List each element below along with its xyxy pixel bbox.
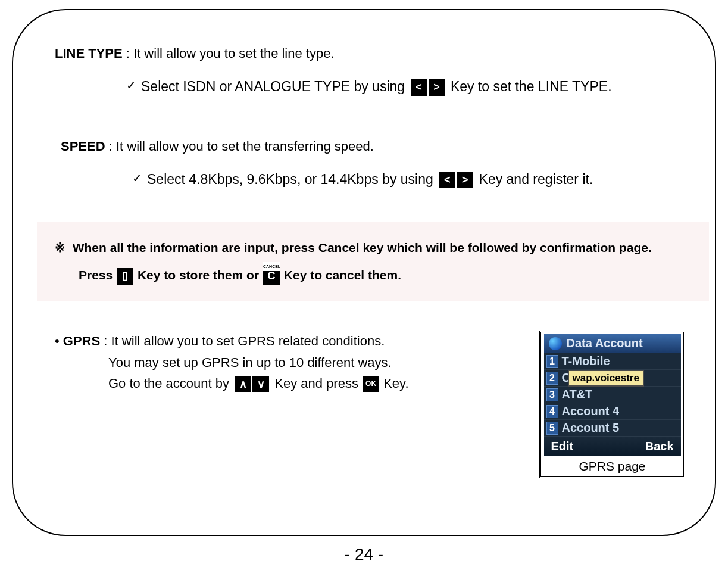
globe-icon <box>549 337 562 350</box>
speed-check-text: Select 4.8Kbps, 9.6Kbps, or 14.4Kbps by … <box>147 169 593 190</box>
gprs-line2: You may set up GPRS in up to 10 differen… <box>108 352 539 373</box>
up-down-keys: ∧ ∨ <box>234 376 270 392</box>
line-type-section: LINE TYPE : It will allow you to set the… <box>55 46 691 97</box>
line-type-desc: : It will allow you to set the line type… <box>126 46 335 61</box>
speed-desc: : It will allow you to set the transferr… <box>109 139 374 154</box>
phone-frame: Data Account 1 T-Mobile 2 C wap.voicestr… <box>539 331 685 478</box>
softkey-back[interactable]: Back <box>645 440 674 453</box>
gprs-bullet: • <box>55 334 60 348</box>
phone-row-2[interactable]: 2 C wap.voicestre <box>544 370 681 387</box>
gprs-line1: • GPRS : It will allow you to set GPRS r… <box>55 331 539 351</box>
row-label: Account 5 <box>562 421 620 435</box>
row-label: T-Mobile <box>562 354 610 368</box>
gprs-line3b: Key and press <box>274 376 358 391</box>
note-box: ※ When all the information are input, pr… <box>37 222 709 301</box>
left-right-keys: < > <box>438 172 474 188</box>
line-type-check-after: Key to set the LINE TYPE. <box>451 79 612 94</box>
line-type-check-text: Select ISDN or ANALOGUE TYPE by using < … <box>141 76 612 97</box>
note-line2b: Key to store them or <box>138 268 259 282</box>
note-marker: ※ <box>55 241 65 254</box>
speed-check: ✓ Select 4.8Kbps, 9.6Kbps, or 14.4Kbps b… <box>132 169 691 190</box>
gprs-line3a: Go to the account by <box>108 376 229 391</box>
cancel-top-label: CANCEL <box>263 262 280 271</box>
note-line1: ※ When all the information are input, pr… <box>55 234 697 261</box>
softkey-edit[interactable]: Edit <box>551 440 574 453</box>
row-num: 2 <box>546 372 558 385</box>
speed-heading: SPEED : It will allow you to set the tra… <box>61 139 374 154</box>
phone-screen: Data Account 1 T-Mobile 2 C wap.voicestr… <box>544 334 681 456</box>
check-icon: ✓ <box>132 169 142 187</box>
speed-label: SPEED <box>61 139 105 154</box>
gprs-line3: Go to the account by ∧ ∨ Key and press O… <box>108 373 539 394</box>
ok-key-icon: OK <box>363 376 379 392</box>
right-key-icon: > <box>457 172 473 188</box>
page-number: - 24 - <box>0 545 728 564</box>
down-key-icon: ∨ <box>252 376 269 392</box>
up-key-icon: ∧ <box>235 376 251 392</box>
cancel-key-icon: CANCEL C <box>263 268 280 285</box>
note-line2a: Press <box>79 268 113 282</box>
left-right-keys: < > <box>410 79 446 96</box>
row-num: 4 <box>546 405 558 418</box>
line-type-label: LINE TYPE <box>55 46 123 61</box>
store-key-icon: ▯ <box>117 268 133 285</box>
speed-section: SPEED : It will allow you to set the tra… <box>61 139 691 190</box>
row-label: AT&T <box>562 388 593 401</box>
gprs-desc: : It will allow you to set GPRS related … <box>104 334 385 348</box>
right-key-icon: > <box>429 79 445 96</box>
phone-softkeys: Edit Back <box>544 437 681 456</box>
left-key-icon: < <box>439 172 455 188</box>
speed-check-before: Select 4.8Kbps, 9.6Kbps, or 14.4Kbps by … <box>147 172 433 187</box>
phone-row-4[interactable]: 4 Account 4 <box>544 403 681 420</box>
gprs-section: • GPRS : It will allow you to set GPRS r… <box>55 331 691 478</box>
note-line2: Press ▯ Key to store them or CANCEL C Ke… <box>79 261 697 289</box>
row-num: 3 <box>546 388 558 401</box>
row-label: Account 4 <box>562 404 620 418</box>
gprs-label: GPRS <box>63 334 100 348</box>
phone-row-3[interactable]: 3 AT&T <box>544 387 681 403</box>
line-type-check-before: Select ISDN or ANALOGUE TYPE by using <box>141 79 405 94</box>
note-line1-text: When all the information are input, pres… <box>73 241 652 254</box>
row-num: 1 <box>546 355 558 368</box>
check-icon: ✓ <box>126 76 136 94</box>
note-line2c: Key to cancel them. <box>284 268 401 282</box>
page-frame: LINE TYPE : It will allow you to set the… <box>12 9 716 536</box>
left-key-icon: < <box>411 79 427 96</box>
phone-caption: GPRS page <box>579 456 645 475</box>
phone-row-1[interactable]: 1 T-Mobile <box>544 353 681 370</box>
line-type-check: ✓ Select ISDN or ANALOGUE TYPE by using … <box>126 76 691 97</box>
gprs-line3c: Key. <box>383 376 408 391</box>
speed-check-after: Key and register it. <box>479 172 593 187</box>
phone-title-bar: Data Account <box>544 334 681 353</box>
line-type-heading: LINE TYPE : It will allow you to set the… <box>55 46 335 61</box>
phone-list: 1 T-Mobile 2 C wap.voicestre 3 AT&T 4 <box>544 353 681 437</box>
phone-title-text: Data Account <box>567 337 643 350</box>
phone-tooltip: wap.voicestre <box>568 370 644 387</box>
row-num: 5 <box>546 422 558 435</box>
gprs-text: • GPRS : It will allow you to set GPRS r… <box>55 331 539 394</box>
phone-row-5[interactable]: 5 Account 5 <box>544 420 681 437</box>
